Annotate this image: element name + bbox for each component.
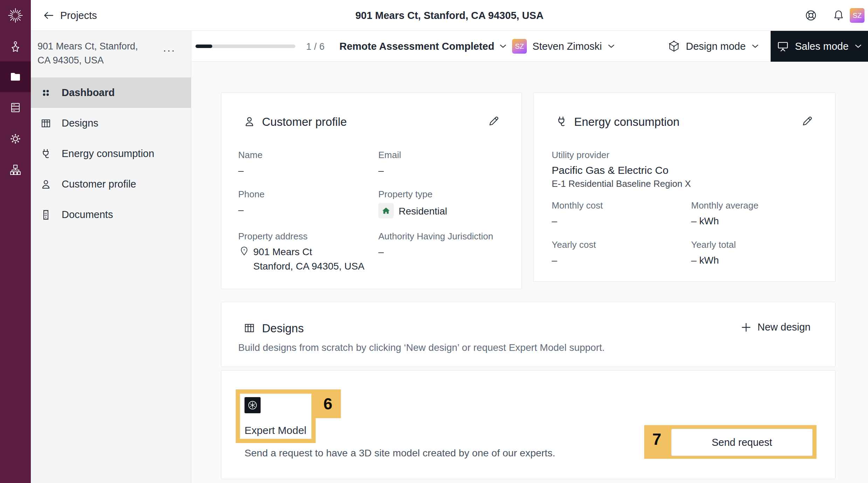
utility-provider: Pacific Gas & Electric Co [552, 164, 668, 177]
energy-plug-icon [40, 148, 52, 160]
projects-folder-icon[interactable] [0, 61, 31, 92]
sidebar-item-label: Customer profile [62, 178, 136, 190]
chevron-down-icon [751, 44, 759, 49]
new-design-button[interactable]: New design [740, 321, 811, 333]
field-value-line: 901 Mears Ct [253, 246, 312, 258]
sidebar-project-address: 901 Mears Ct, Stanford, CA 94305, USA [37, 39, 153, 67]
org-sitemap-icon[interactable] [0, 155, 31, 185]
documents-receipt-icon [40, 209, 52, 221]
milestone-count: 1 / 6 [306, 41, 325, 52]
sidebar-item-documents[interactable]: Documents [31, 199, 191, 230]
new-design-label: New design [757, 321, 811, 333]
field-value: – [238, 204, 244, 216]
account-menu[interactable]: SZ [850, 0, 868, 31]
milestone-progress-bar [195, 45, 295, 48]
field-value: – [378, 165, 384, 176]
utility-plan: E-1 Residential Baseline Region X [552, 179, 691, 189]
status-dropdown[interactable]: Remote Assessment Completed [339, 31, 507, 62]
sidebar-item-energy-consumption[interactable]: Energy consumption [31, 138, 191, 169]
edit-energy-consumption-button[interactable] [800, 115, 814, 128]
chevron-down-icon [499, 44, 507, 49]
field-label: Property address [238, 231, 308, 242]
customer-profile-card: Customer profile Name – Email – Phone – … [221, 93, 522, 289]
location-pin-icon [239, 246, 249, 256]
expert-model-card: 6 Expert Model Send a request to have a … [221, 370, 835, 479]
presentation-screen-icon [777, 40, 789, 53]
app-rail [0, 0, 31, 483]
field-value: Residential [399, 206, 447, 217]
designs-grid-icon [243, 322, 256, 334]
field-label: Monthly average [691, 200, 758, 211]
app-window: 901 Mears Ct, Stanford, CA 94305, USA Pr… [0, 0, 868, 483]
card-title: Customer profile [262, 115, 347, 129]
header: 901 Mears Ct, Stanford, CA 94305, USA Pr… [31, 0, 868, 31]
energy-plug-icon [555, 115, 568, 128]
sales-mode-dropdown[interactable]: Sales mode [771, 31, 868, 62]
sidebar-item-label: Energy consumption [62, 148, 154, 159]
expert-model-description: Send a request to have a 3D site model c… [244, 447, 555, 459]
back-to-projects-button[interactable]: Projects [43, 0, 97, 31]
aurora-logo-icon[interactable] [0, 0, 31, 31]
field-label: Name [238, 150, 262, 161]
milestone-progress-fill [195, 45, 212, 48]
project-sidebar: 901 Mears Ct, Stanford, CA 94305, USA ··… [31, 31, 191, 483]
energy-consumption-card: Energy consumption Utility provider Paci… [533, 93, 835, 282]
pencil-icon [487, 115, 500, 128]
customer-person-icon [40, 178, 52, 190]
sidebar-item-label: Documents [62, 209, 113, 220]
project-overflow-menu[interactable]: ··· [163, 44, 175, 56]
sales-mode-label: Sales mode [795, 41, 848, 52]
field-label: Yearly cost [552, 240, 596, 250]
card-title: Designs [262, 322, 304, 335]
expert-model-tab-label: Expert Model [244, 424, 306, 437]
sidebar-item-customer-profile[interactable]: Customer profile [31, 169, 191, 199]
sidebar-item-designs[interactable]: Designs [31, 108, 191, 138]
field-label: Email [378, 150, 401, 161]
field-label: Yearly total [691, 240, 736, 250]
send-request-button[interactable]: Send request [671, 429, 813, 456]
back-arrow-icon [43, 10, 54, 21]
notifications-bell-icon [832, 9, 845, 22]
page-title: 901 Mears Ct, Stanford, CA 94305, USA [31, 0, 868, 31]
field-value: – kWh [691, 255, 719, 266]
expert-model-tab[interactable]: Expert Model [240, 394, 311, 439]
sidebar-item-dashboard[interactable]: Dashboard [31, 77, 191, 108]
settings-gear-icon[interactable] [0, 123, 31, 154]
customer-person-icon [243, 115, 256, 128]
annotation-label-6: 6 [315, 389, 341, 418]
notifications-button[interactable] [832, 0, 845, 31]
leads-star-person-icon[interactable] [0, 31, 31, 62]
sidebar-item-label: Designs [62, 117, 98, 129]
designs-header-card: Designs Build designs from scratch by cl… [221, 302, 835, 367]
annotation-label-7: 7 [644, 425, 669, 453]
avatar: SZ [850, 8, 864, 23]
residential-house-icon [378, 203, 394, 218]
help-lifebuoy-icon [804, 9, 818, 22]
field-label: Phone [238, 189, 264, 200]
field-label: Utility provider [552, 150, 609, 161]
field-value: – [238, 165, 244, 176]
inventory-rack-icon[interactable] [0, 92, 31, 123]
back-label: Projects [60, 10, 97, 21]
designs-grid-icon [40, 117, 52, 129]
field-label: Monthly cost [552, 200, 603, 211]
sidebar-item-label: Dashboard [62, 87, 115, 98]
chevron-down-icon [854, 44, 862, 49]
field-label: Authority Having Jurisdiction [378, 231, 493, 242]
help-button[interactable] [804, 0, 818, 31]
owner-name: Steven Zimoski [532, 41, 602, 52]
project-toolbar: 1 / 6 Remote Assessment Completed SZ Ste… [191, 31, 868, 62]
owner-avatar: SZ [512, 39, 527, 54]
edit-customer-profile-button[interactable] [487, 115, 500, 128]
expert-model-asterisk-icon [244, 397, 261, 413]
pencil-icon [800, 115, 814, 128]
design-mode-dropdown[interactable]: Design mode [668, 31, 759, 62]
designs-description: Build designs from scratch by clicking ‘… [238, 342, 605, 353]
field-label: Property type [378, 189, 433, 200]
owner-dropdown[interactable]: SZ Steven Zimoski [512, 31, 615, 62]
dashboard-dots-icon [40, 87, 52, 99]
chevron-down-icon [607, 44, 615, 49]
field-value-line: Stanford, CA 94305, USA [253, 261, 365, 272]
field-value: – kWh [691, 216, 719, 227]
field-value: – [552, 255, 557, 266]
